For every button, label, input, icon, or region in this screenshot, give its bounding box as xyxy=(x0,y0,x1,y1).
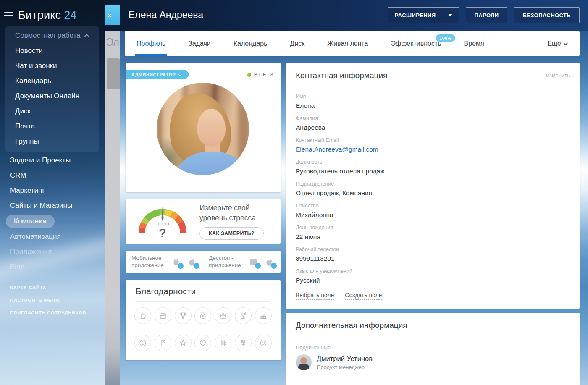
apps-card: Мобильноеприложение Десктоп -приложение xyxy=(126,251,281,273)
extensions-button[interactable]: РАСШИРЕНИЯ xyxy=(388,7,459,23)
sidebar-group-header[interactable]: Совместная работа xyxy=(5,28,99,43)
sidebar-item[interactable]: CRM xyxy=(0,168,105,183)
sidebar-item[interactable]: Календарь xyxy=(5,73,99,89)
additional-info-title: Дополнительная информация xyxy=(296,321,407,330)
field-value: Елена xyxy=(296,102,570,110)
edit-link[interactable]: изменить xyxy=(546,72,570,79)
field-label: Отчество xyxy=(296,203,570,209)
bitrix24-logo[interactable]: Битрикс24 xyxy=(18,9,77,22)
subordinate-person[interactable]: Дмитрий Устинов Продукт менеджер xyxy=(296,354,570,370)
sidebar-footer-item[interactable]: КАРТА САЙТА xyxy=(0,281,105,294)
bitrix24-profile-page: { "logo": { "brand": "Битрикс", "suffix"… xyxy=(0,0,588,385)
beer-icon[interactable] xyxy=(215,335,231,351)
sidebar-item[interactable]: Автоматизация xyxy=(0,229,105,244)
sidebar-item[interactable]: Чат и звонки xyxy=(5,58,99,73)
sidebar-item[interactable]: Почта xyxy=(5,119,99,134)
efficiency-badge: 100% xyxy=(436,34,455,42)
tab[interactable]: Живая лента xyxy=(327,31,368,56)
divider xyxy=(296,338,570,338)
sidebar-footer: КАРТА САЙТАНАСТРОИТЬ МЕНЮПРИГЛАСИТЬ СОТР… xyxy=(0,281,105,319)
person-name: Дмитрий Устинов xyxy=(317,355,373,363)
sidebar-item[interactable]: Задачи и Проекты xyxy=(0,153,105,168)
dropdown-caret-icon[interactable] xyxy=(448,14,452,16)
tab-more[interactable]: Еще xyxy=(547,31,568,56)
gratitude-title: Благодарности xyxy=(133,286,273,296)
contact-field: Контактный Email Elena.Andreeva@gmail.co… xyxy=(296,137,570,153)
field-value: 89991113201 xyxy=(296,254,570,262)
download-badge-icon xyxy=(255,263,261,269)
thumbs-up-icon[interactable] xyxy=(134,307,151,324)
tab[interactable]: Календарь xyxy=(234,31,268,56)
divider xyxy=(203,255,203,269)
administrator-badge[interactable]: АДМИНИСТРАТОР xyxy=(126,70,189,79)
cocktail-icon[interactable] xyxy=(235,307,252,324)
tab[interactable]: Задачи xyxy=(188,31,211,56)
trophy-icon[interactable] xyxy=(175,307,192,324)
sidebar: Битрикс24 Совместная работа НовостиЧат и… xyxy=(0,0,105,385)
heart-icon[interactable] xyxy=(194,335,211,351)
sidebar-item[interactable]: Еще xyxy=(0,259,105,275)
desktop-app-label: Десктоп -приложение xyxy=(209,255,246,269)
sidebar-group-collaboration: Совместная работа НовостиЧат и звонкиКал… xyxy=(5,26,99,152)
gift-icon[interactable] xyxy=(155,307,171,324)
create-field-link[interactable]: Создать поле xyxy=(345,292,382,300)
slider-header: × Елена Андреева РАСШИРЕНИЯ ПАРОЛИ БЕЗОП… xyxy=(120,0,588,31)
logo-row: Битрикс24 xyxy=(0,0,105,22)
sidebar-item[interactable]: Маркетинг xyxy=(0,183,105,198)
sidebar-item[interactable]: Документы Онлайн xyxy=(5,89,99,104)
contact-field: Рабочий телефон 89991113201 xyxy=(296,246,570,262)
flag-icon[interactable] xyxy=(155,335,171,351)
sidebar-footer-item[interactable]: НАСТРОИТЬ МЕНЮ xyxy=(0,294,105,306)
field-label: День рождения xyxy=(296,225,570,231)
download-badge-icon xyxy=(194,263,200,269)
apple-desktop-app-icon[interactable] xyxy=(264,257,275,267)
money-bag-icon[interactable]: $ xyxy=(194,307,211,324)
field-label: Контактный Email xyxy=(296,137,570,144)
contact-field: Имя Елена xyxy=(296,94,570,110)
smiley-icon[interactable] xyxy=(255,335,272,351)
tab[interactable]: Профиль xyxy=(136,31,165,56)
tab[interactable]: Время xyxy=(464,31,484,56)
field-value: 22 июня xyxy=(296,233,570,241)
stress-gauge: стресс ? xyxy=(135,202,190,241)
apple-app-icon[interactable] xyxy=(186,257,197,267)
star-icon[interactable] xyxy=(175,335,192,351)
contact-info-card: Контактная информация изменить Имя Елена… xyxy=(286,63,580,309)
sidebar-item[interactable]: Сайты и Магазины xyxy=(0,198,105,213)
passwords-button[interactable]: ПАРОЛИ xyxy=(466,7,508,23)
profile-photo[interactable] xyxy=(157,83,249,175)
sidebar-item[interactable]: Группы xyxy=(5,134,99,149)
sidebar-item[interactable]: Диск xyxy=(5,104,99,119)
sidebar-item-company-active[interactable]: Компания xyxy=(6,215,55,228)
online-dot-icon xyxy=(247,73,251,77)
gratitude-icons-grid: $ 1 xyxy=(133,307,273,351)
field-value: Михайловна xyxy=(296,211,570,219)
medal-1-icon[interactable]: 1 xyxy=(134,335,151,351)
stress-text-line1: Измерьте свой xyxy=(200,203,264,213)
tab[interactable]: Диск xyxy=(290,31,305,56)
how-to-measure-button[interactable]: КАК ЗАМЕРИТЬ? xyxy=(200,227,264,240)
chevron-down-icon xyxy=(178,73,182,76)
hamburger-menu-icon[interactable] xyxy=(4,12,13,19)
stress-text-line2: уровень стресса xyxy=(200,213,264,223)
contact-field: День рождения 22 июня xyxy=(296,225,570,241)
contact-field: Отчество Михайловна xyxy=(296,203,570,219)
crown-icon[interactable] xyxy=(215,307,231,324)
sidebar-item[interactable]: Приложения xyxy=(0,244,105,259)
field-value: Отдел продаж, Компания xyxy=(296,189,570,197)
additional-info-card: Дополнительная информация Подчиненные Дм… xyxy=(286,313,580,385)
select-field-link[interactable]: Выбрать поле xyxy=(296,292,334,300)
sidebar-footer-item[interactable]: ПРИГЛАСИТЬ СОТРУДНИКОВ xyxy=(0,306,105,319)
windows-app-icon[interactable] xyxy=(248,257,259,267)
sidebar-item[interactable]: Новости xyxy=(5,43,99,58)
divider xyxy=(136,301,270,302)
field-label: Имя xyxy=(296,94,570,100)
svg-text:?: ? xyxy=(159,226,166,239)
flower-icon[interactable] xyxy=(235,335,252,351)
cake-icon[interactable] xyxy=(255,307,272,324)
tab[interactable]: Эффективность 100% xyxy=(391,31,441,56)
mobile-app-label: Мобильноеприложение xyxy=(131,255,169,269)
android-app-icon[interactable] xyxy=(171,257,181,267)
security-button[interactable]: БЕЗОПАСНОСТЬ xyxy=(514,7,580,23)
field-label: Рабочий телефон xyxy=(296,246,570,253)
